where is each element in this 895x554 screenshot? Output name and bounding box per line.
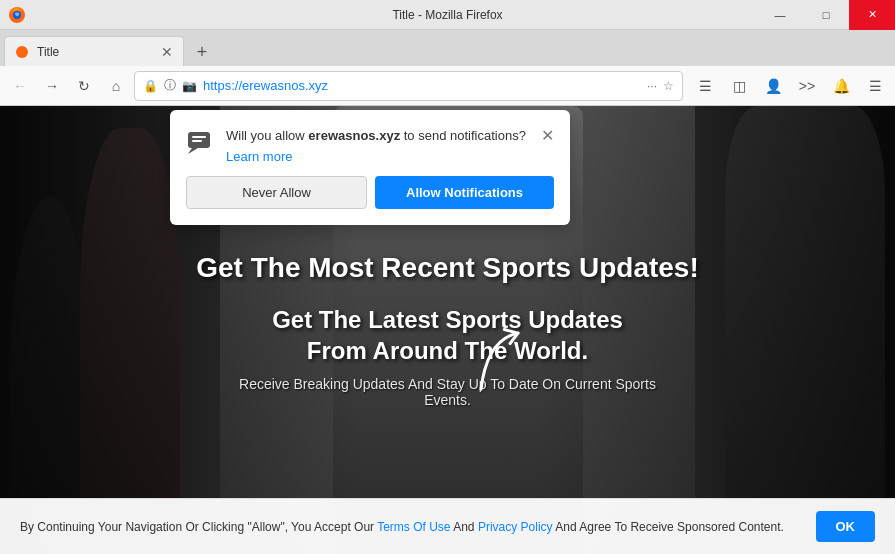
close-button[interactable]: ✕: [849, 0, 895, 30]
notification-bell-icon[interactable]: 🔔: [827, 72, 855, 100]
home-button[interactable]: ⌂: [102, 72, 130, 100]
tab-favicon: [15, 45, 29, 59]
site-subheadline: Get The Latest Sports Updates From Aroun…: [196, 304, 699, 366]
svg-marker-4: [188, 148, 198, 154]
url-text: https://erewasnos.xyz: [203, 78, 641, 93]
title-bar-controls: — □ ✕: [757, 0, 895, 30]
synced-tabs-icon[interactable]: ◫: [725, 72, 753, 100]
notification-popup: Will you allow erewasnos.xyz to send not…: [170, 110, 570, 225]
svg-rect-5: [192, 136, 206, 138]
svg-point-2: [16, 46, 28, 58]
footer-ok-button[interactable]: OK: [816, 511, 876, 542]
more-options-icon[interactable]: ···: [647, 79, 657, 93]
reload-button[interactable]: ↻: [70, 72, 98, 100]
tab-bar: Title ✕ +: [0, 30, 895, 66]
popup-header: Will you allow erewasnos.xyz to send not…: [186, 126, 554, 164]
popup-domain: erewasnos.xyz: [308, 128, 400, 143]
popup-message: Will you allow erewasnos.xyz to send not…: [226, 128, 526, 143]
tab-close-button[interactable]: ✕: [161, 44, 173, 60]
nav-bar: ← → ↻ ⌂ 🔒 ⓘ 📷 https://erewasnos.xyz ··· …: [0, 66, 895, 106]
title-bar: Title - Mozilla Firefox — □ ✕: [0, 0, 895, 30]
footer-bar: By Continuing Your Navigation Or Clickin…: [0, 498, 895, 554]
camera-icon: 📷: [182, 79, 197, 93]
footer-text: By Continuing Your Navigation Or Clickin…: [20, 518, 816, 536]
content-area: Get The Most Recent Sports Updates! Get …: [0, 106, 895, 554]
browser-window: Title - Mozilla Firefox — □ ✕ Title ✕ + …: [0, 0, 895, 554]
back-button[interactable]: ←: [6, 72, 34, 100]
popup-close-button[interactable]: ✕: [541, 126, 554, 145]
notification-chat-icon: [186, 128, 214, 162]
popup-actions: Never Allow Allow Notifications: [186, 176, 554, 209]
forward-button[interactable]: →: [38, 72, 66, 100]
menu-button[interactable]: ☰: [861, 72, 889, 100]
url-bar[interactable]: 🔒 ⓘ 📷 https://erewasnos.xyz ··· ☆: [134, 71, 683, 101]
active-tab[interactable]: Title ✕: [4, 36, 184, 66]
site-description: Receive Breaking Updates And Stay Up To …: [196, 376, 699, 408]
more-tools-icon[interactable]: >>: [793, 72, 821, 100]
terms-link[interactable]: Terms Of Use: [377, 520, 450, 534]
allow-notifications-button[interactable]: Allow Notifications: [375, 176, 554, 209]
url-actions: ··· ☆: [647, 79, 674, 93]
new-tab-button[interactable]: +: [188, 38, 216, 66]
connection-icon: ⓘ: [164, 77, 176, 94]
security-icon: 🔒: [143, 79, 158, 93]
tab-label: Title: [37, 45, 153, 59]
toolbar-right: ☰ ◫ 👤 >> 🔔 ☰: [691, 72, 889, 100]
bookmark-icon[interactable]: ☆: [663, 79, 674, 93]
popup-message-container: Will you allow erewasnos.xyz to send not…: [226, 126, 529, 164]
title-bar-left: [8, 6, 26, 24]
minimize-button[interactable]: —: [757, 0, 803, 30]
site-content: Get The Most Recent Sports Updates! Get …: [176, 232, 719, 428]
window-title: Title - Mozilla Firefox: [392, 8, 502, 22]
learn-more-link[interactable]: Learn more: [226, 149, 529, 164]
maximize-button[interactable]: □: [803, 0, 849, 30]
never-allow-button[interactable]: Never Allow: [186, 176, 367, 209]
svg-rect-6: [192, 140, 202, 142]
firefox-logo: [8, 6, 26, 24]
library-icon[interactable]: ☰: [691, 72, 719, 100]
privacy-link[interactable]: Privacy Policy: [478, 520, 553, 534]
account-icon[interactable]: 👤: [759, 72, 787, 100]
site-headline: Get The Most Recent Sports Updates!: [196, 252, 699, 284]
